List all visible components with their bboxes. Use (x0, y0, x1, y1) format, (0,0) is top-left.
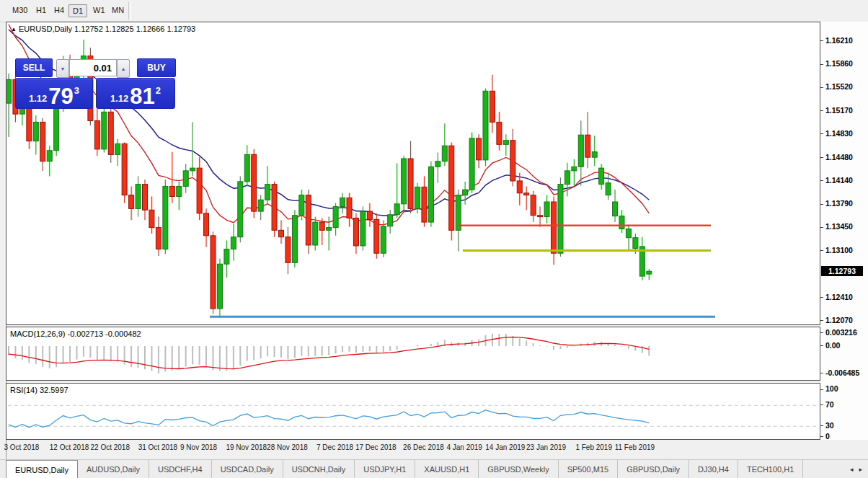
chart-tab-usdcnh-daily[interactable]: USDCNH,Daily (283, 460, 355, 478)
toolbar-separator (128, 2, 131, 19)
chart-tab-usdcad-daily[interactable]: USDCAD,Daily (212, 460, 283, 478)
axis-tick (820, 320, 823, 321)
chart-tab-xauusd-h1[interactable]: XAUUSD,H1 (415, 460, 479, 478)
axis-tick (820, 204, 823, 205)
axis-tick (820, 133, 823, 134)
chart-tab-audusd-daily[interactable]: AUDUSD,Daily (78, 460, 149, 478)
one-click-trading-panel: SELL ▼ ▲ BUY 1.12 79 3 1.12 81 2 (15, 58, 176, 109)
date-axis-label: 17 Dec 2018 (355, 443, 397, 451)
chart-tab-eurusd-daily[interactable]: EURUSD,Daily (6, 460, 78, 478)
price-axis-label: 1.16210 (825, 36, 853, 45)
rsi-axis-label: 30 (825, 421, 834, 430)
axis-tick (820, 157, 823, 158)
date-axis-label: 22 Oct 2018 (91, 443, 130, 451)
chart-symbol-period: EURUSD,Daily (19, 25, 72, 33)
chart-tab-gbpusd-daily[interactable]: GBPUSD,Daily (618, 460, 689, 478)
sell-button[interactable]: SELL (15, 58, 53, 77)
date-axis[interactable]: 3 Oct 201812 Oct 201822 Oct 201831 Oct 2… (6, 441, 820, 459)
trading-terminal-window: M30H1H4D1W1MN ▲ EURUSD,Daily 1.12752 1.1… (0, 0, 868, 478)
axis-tick (820, 404, 823, 405)
date-axis-label: 14 Jan 2019 (485, 443, 525, 451)
macd-label: MACD(12,26,9) -0.002713 -0.000482 (10, 329, 141, 338)
axis-tick (820, 64, 823, 65)
chart-tab-bar: EURUSD,DailyAUDUSD,DailyUSDCHF,H4USDCAD,… (0, 459, 868, 478)
date-axis-label: 1 Feb 2019 (575, 443, 612, 451)
price-axis-label: 1.14830 (825, 129, 853, 138)
chart-title: ▲ EURUSD,Daily 1.12752 1.12825 1.12666 1… (11, 25, 195, 33)
axis-tick (820, 110, 823, 111)
rsi-axis-label: 0 (825, 432, 830, 441)
axis-tick (820, 250, 823, 251)
axis-tick (820, 373, 823, 373)
rsi-label: RSI(14) 32.5997 (10, 386, 68, 394)
price-axis-label: 1.15170 (825, 106, 853, 115)
chart-tab-usdjpy-h1[interactable]: USDJPY,H1 (355, 460, 415, 478)
chart-tab-gbpusd-weekly[interactable]: GBPUSD,Weekly (479, 460, 558, 478)
timeframe-button-h1[interactable]: H1 (32, 4, 50, 16)
price-axis-label: 1.14480 (825, 153, 853, 161)
tab-scroll-left-icon[interactable]: ◂ (850, 466, 854, 473)
date-axis-label: 19 Nov 2018 (226, 443, 267, 451)
rsi-axis-label: 70 (825, 400, 834, 409)
macd-axis-label: 0.003216 (825, 328, 857, 337)
axis-tick (820, 332, 823, 333)
price-axis-label: 1.15860 (825, 59, 853, 68)
rsi-plot (6, 384, 820, 439)
chart-tab-dj30-h4[interactable]: DJ30,H4 (689, 460, 738, 478)
price-axis-label: 1.12410 (825, 293, 853, 301)
axis-tick (820, 345, 823, 346)
date-axis-label: 9 Nov 2018 (180, 443, 217, 451)
volume-decrease-button[interactable]: ▼ (56, 59, 69, 78)
sell-price-quote[interactable]: 1.12 79 3 (15, 78, 93, 109)
rsi-indicator-panel[interactable]: RSI(14) 32.5997 (6, 383, 820, 440)
buy-button[interactable]: BUY (137, 58, 176, 77)
date-axis-label: 11 Feb 2019 (615, 443, 655, 451)
sell-price-prefix: 1.12 (29, 93, 47, 104)
price-axis-label: 1.13790 (825, 199, 853, 208)
date-axis-label: 7 Dec 2018 (316, 443, 353, 451)
sell-price-point: 3 (74, 85, 79, 96)
chart-tab-usdchf-h4[interactable]: USDCHF,H4 (149, 460, 212, 478)
timeframe-button-h4[interactable]: H4 (50, 4, 68, 16)
current-price-marker: 1.12793 (821, 266, 863, 276)
axis-tick (820, 436, 823, 437)
axis-tick (820, 87, 823, 88)
chart-tab-sp500-m15[interactable]: SP500,M15 (559, 460, 618, 478)
buy-price-prefix: 1.12 (110, 93, 128, 104)
buy-price-quote[interactable]: 1.12 81 2 (96, 78, 175, 109)
axis-tick (820, 40, 823, 41)
tab-scroll-right-icon[interactable]: ▸ (859, 466, 862, 473)
date-axis-label: 12 Oct 2018 (50, 443, 89, 451)
timeframe-button-m30[interactable]: M30 (9, 4, 31, 16)
buy-price-pips: 81 (130, 87, 154, 106)
axis-tick (820, 425, 823, 426)
price-axis-label: 1.13450 (825, 222, 853, 231)
timeframe-button-d1[interactable]: D1 (68, 4, 87, 17)
timeframe-toolbar: M30H1H4D1W1MN (0, 0, 868, 22)
price-chart-panel[interactable]: ▲ EURUSD,Daily 1.12752 1.12825 1.12666 1… (6, 22, 820, 325)
volume-input[interactable] (69, 59, 117, 76)
date-axis-label: 31 Oct 2018 (138, 443, 177, 451)
date-axis-label: 26 Dec 2018 (403, 443, 444, 451)
rsi-axis-label: 100 (825, 384, 838, 393)
timeframe-button-mn[interactable]: MN (108, 4, 128, 16)
volume-increase-button[interactable]: ▲ (117, 59, 130, 78)
macd-axis-label: 0.00 (825, 341, 840, 350)
axis-tick (820, 297, 823, 298)
axis-tick (820, 180, 823, 181)
price-axis-label: 1.13100 (825, 246, 853, 255)
price-axis-label: 1.15520 (825, 82, 853, 91)
collapse-marker-icon[interactable]: ▲ (11, 26, 17, 32)
date-axis-label: 28 Nov 2018 (267, 443, 308, 451)
date-axis-label: 4 Jan 2019 (446, 443, 482, 451)
date-axis-label: 23 Jan 2019 (526, 443, 566, 451)
macd-indicator-panel[interactable]: MACD(12,26,9) -0.002713 -0.000482 (6, 327, 820, 381)
chart-tab-tech100-h1[interactable]: TECH100,H1 (738, 460, 803, 478)
price-axis-label: 1.12070 (825, 316, 853, 324)
tab-scroll-arrows: ◂ ▸ (844, 460, 868, 478)
macd-axis-label: -0.006485 (825, 368, 859, 377)
price-axis[interactable]: 1.162101.158601.155201.151701.148301.144… (820, 22, 868, 440)
date-axis-label: 3 Oct 2018 (4, 443, 39, 451)
timeframe-button-w1[interactable]: W1 (89, 4, 109, 16)
buy-price-point: 2 (156, 85, 161, 96)
